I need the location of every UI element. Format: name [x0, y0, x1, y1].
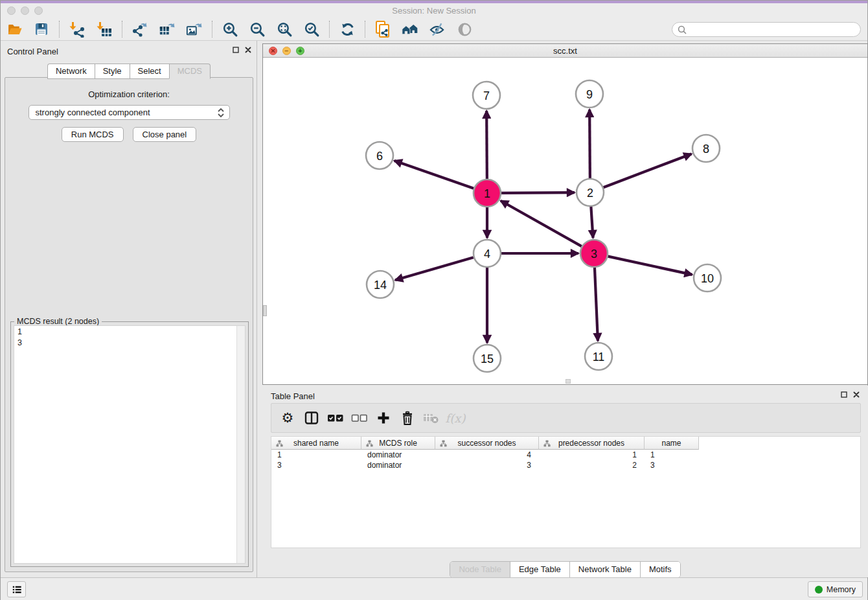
- main-toolbar: [1, 18, 867, 41]
- mcds-result-box[interactable]: 13: [14, 325, 246, 564]
- table-row[interactable]: 1dominator411: [271, 450, 860, 460]
- tab-edge-table[interactable]: Edge Table: [510, 562, 570, 577]
- export-image-icon[interactable]: [186, 21, 203, 38]
- close-table-panel-icon[interactable]: [853, 391, 860, 398]
- edge-3-1[interactable]: [501, 201, 582, 246]
- table-cell[interactable]: dominator: [361, 450, 435, 460]
- mcds-result-value: 3: [17, 338, 245, 349]
- edge-1-2[interactable]: [501, 192, 575, 193]
- node-3[interactable]: 3: [580, 240, 608, 267]
- table-cell[interactable]: 1: [539, 450, 645, 460]
- table-cell[interactable]: dominator: [361, 460, 435, 470]
- node-label: 2: [587, 187, 593, 200]
- show-graphics-details-icon[interactable]: [456, 21, 473, 38]
- memory-status-dot: [815, 586, 823, 594]
- tab-network[interactable]: Network: [47, 63, 95, 79]
- tab-style[interactable]: Style: [95, 63, 130, 79]
- save-session-icon[interactable]: [33, 21, 50, 38]
- table-cell[interactable]: 1: [645, 450, 699, 460]
- node-10[interactable]: 10: [694, 264, 721, 292]
- column-header-predecessor-nodes[interactable]: predecessor nodes: [539, 437, 645, 450]
- zoom-out-icon[interactable]: [249, 21, 266, 38]
- node-6[interactable]: 6: [366, 142, 393, 169]
- run-mcds-button[interactable]: Run MCDS: [62, 127, 124, 142]
- node-4[interactable]: 4: [474, 240, 501, 267]
- table-row[interactable]: 3dominator323: [271, 460, 860, 470]
- column-header-shared-name[interactable]: shared name: [271, 437, 361, 450]
- panel-divider-grip[interactable]: [263, 305, 267, 316]
- node-2[interactable]: 2: [577, 179, 604, 206]
- import-table-icon[interactable]: [96, 21, 113, 38]
- node-9[interactable]: 9: [576, 80, 603, 108]
- home-view-icon[interactable]: [402, 21, 418, 38]
- table-cell[interactable]: 1: [271, 450, 361, 460]
- tab-motifs[interactable]: Motifs: [641, 562, 680, 577]
- list-icon: [11, 584, 23, 595]
- refresh-view-icon[interactable]: [339, 21, 356, 38]
- function-builder-icon[interactable]: f(x): [446, 410, 465, 426]
- node-table[interactable]: shared name MCDS role successor nodes pr…: [271, 436, 861, 548]
- table-options-gear-icon[interactable]: ⚙: [278, 410, 297, 426]
- mcds-result-group: MCDS result (2 nodes) 13: [10, 321, 249, 567]
- table-cell[interactable]: 2: [539, 460, 645, 470]
- unselect-all-columns-icon[interactable]: [350, 410, 369, 426]
- table-cell[interactable]: 3: [645, 460, 699, 470]
- table-cell[interactable]: 3: [435, 460, 539, 470]
- open-session-icon[interactable]: [6, 21, 23, 38]
- edge-4-14[interactable]: [395, 257, 474, 280]
- float-panel-icon[interactable]: [233, 47, 239, 53]
- memory-label: Memory: [827, 585, 856, 594]
- delete-table-icon[interactable]: [422, 410, 441, 426]
- edge-2-9[interactable]: [589, 110, 590, 178]
- close-panel-button[interactable]: Close panel: [133, 127, 197, 142]
- result-scrollbar[interactable]: [236, 326, 245, 563]
- edge-2-8[interactable]: [604, 154, 692, 188]
- edge-3-11[interactable]: [595, 268, 598, 341]
- mcds-result-list: 13: [14, 326, 245, 349]
- export-network-icon[interactable]: [131, 21, 148, 38]
- export-table-icon[interactable]: [159, 21, 176, 38]
- zoom-in-icon[interactable]: [222, 21, 238, 38]
- column-header-mcds-role[interactable]: MCDS role: [361, 437, 435, 450]
- add-column-icon[interactable]: [374, 410, 393, 426]
- column-header-name[interactable]: name: [645, 437, 699, 450]
- network-canvas[interactable]: 7968124314101511: [263, 58, 867, 384]
- network-graph[interactable]: 7968124314101511: [263, 58, 867, 384]
- network-window-title: scc.txt: [263, 46, 867, 56]
- edge-1-7[interactable]: [486, 111, 487, 179]
- delete-column-icon[interactable]: [398, 410, 417, 426]
- tab-select[interactable]: Select: [130, 63, 169, 79]
- node-7[interactable]: 7: [473, 82, 500, 109]
- hide-graphics-details-icon[interactable]: [429, 21, 446, 38]
- node-8[interactable]: 8: [692, 135, 720, 162]
- node-15[interactable]: 15: [474, 345, 501, 372]
- node-1[interactable]: 1: [474, 179, 501, 207]
- tab-mcds[interactable]: MCDS: [169, 63, 211, 79]
- search-box[interactable]: [672, 22, 861, 37]
- criterion-dropdown[interactable]: strongly connected component: [29, 105, 230, 120]
- table-cell[interactable]: 3: [271, 460, 361, 470]
- show-columns-icon[interactable]: [302, 410, 321, 426]
- table-cell[interactable]: 4: [435, 450, 539, 460]
- float-table-panel-icon[interactable]: [841, 391, 847, 398]
- zoom-fit-icon[interactable]: [276, 21, 293, 38]
- search-input[interactable]: [690, 24, 860, 36]
- canvas-resize-grip[interactable]: [565, 379, 571, 384]
- window-title: Session: New Session: [1, 6, 867, 16]
- select-all-columns-icon[interactable]: [326, 410, 345, 426]
- memory-button[interactable]: Memory: [808, 581, 863, 597]
- tab-network-table[interactable]: Network Table: [570, 562, 641, 577]
- node-14[interactable]: 14: [367, 271, 394, 298]
- node-11[interactable]: 11: [585, 343, 612, 370]
- show-panels-menu-button[interactable]: [7, 581, 26, 597]
- edge-2-3[interactable]: [591, 207, 593, 238]
- tab-node-table[interactable]: Node Table: [450, 562, 510, 577]
- duplicate-network-icon[interactable]: [374, 21, 391, 38]
- zoom-selected-icon[interactable]: [303, 21, 320, 38]
- column-header-successor-nodes[interactable]: successor nodes: [435, 437, 539, 450]
- edge-3-10[interactable]: [608, 257, 692, 275]
- edge-1-6[interactable]: [394, 161, 474, 189]
- table-type-tabs: Node Table Edge Table Network Table Moti…: [262, 561, 868, 578]
- import-network-icon[interactable]: [69, 21, 86, 38]
- close-panel-icon[interactable]: [245, 47, 251, 53]
